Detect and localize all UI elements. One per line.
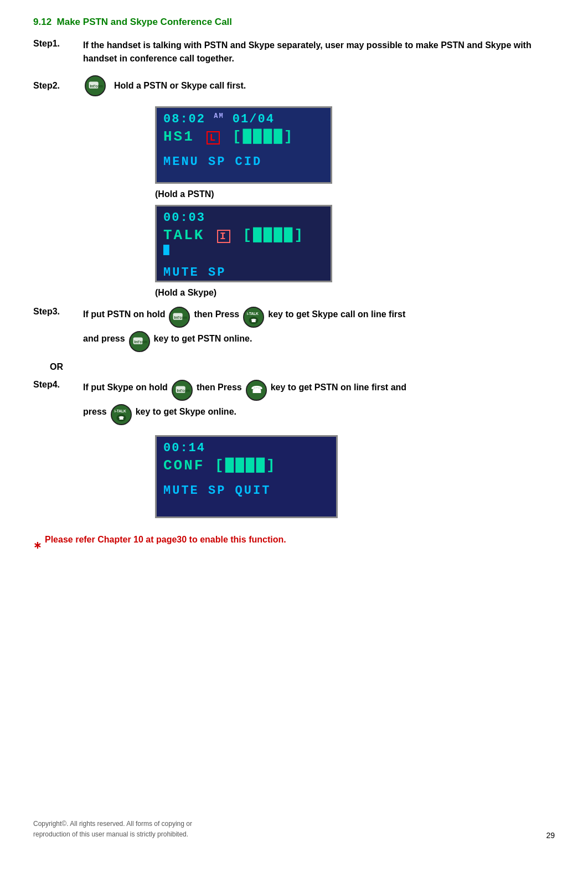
step4-intcom-icon: Int'com: [172, 380, 193, 401]
step1-block: Step1. If the handset is talking with PS…: [33, 39, 555, 65]
footer-line1: Copyright©. All rights reserved. All for…: [33, 819, 192, 829]
conf-screen-line3: MUTE SP QUIT: [163, 484, 329, 498]
note-text: Please refer Chapter 10 at page30 to ena…: [45, 535, 286, 545]
conf-screen-line1: 00:14: [163, 441, 329, 455]
step1-label: Step1.: [33, 39, 83, 65]
step3-italk-icon: i-TALK ☎: [243, 307, 264, 328]
pstn-screen-line2: HS1 L [████]: [163, 128, 324, 145]
pstn-screen: 08:02 AM 01/04 HS1 L [████] MENU SP CID: [155, 106, 332, 184]
step3-intcom2-icon: Int'com: [129, 331, 150, 352]
step3-line1: If put PSTN on hold Int'com then Press i…: [83, 307, 555, 328]
screen-images-section: 08:02 AM 01/04 HS1 L [████] MENU SP CID …: [66, 106, 555, 298]
asterisk-symbol: ∗: [33, 539, 42, 551]
step3-text1: If put PSTN on hold: [83, 307, 165, 323]
skype-screen: 00:03 TALK I [████] █ MUTE SP: [155, 205, 332, 282]
hold-pstn-label: (Hold a PSTN): [155, 189, 555, 199]
step2-content: Hold a PSTN or Skype call first.: [114, 79, 246, 92]
step2-label: Step2.: [33, 81, 83, 91]
step4-phone-icon: ☎: [246, 380, 267, 401]
step3-intcom-icon: Int'com: [169, 307, 190, 328]
page-number: 29: [546, 831, 555, 840]
step4-text5: key to get Skype online.: [136, 404, 236, 420]
step4-label: Step4.: [33, 380, 83, 390]
section-title: 9.12 Make PSTN and Skype Conference Call: [33, 17, 555, 28]
step4-text3: key to get PSTN on line first and: [271, 380, 406, 396]
step3-text4: and press: [83, 331, 125, 347]
svg-text:☎: ☎: [250, 385, 262, 395]
svg-text:Int'com: Int'com: [134, 340, 147, 344]
step3-text3: key to get Skype call on line first: [268, 307, 405, 323]
section-name: Make PSTN and Skype Conference Call: [57, 17, 233, 27]
footer-line2: reproduction of this user manual is stri…: [33, 829, 192, 840]
step3-label: Step3.: [33, 307, 83, 317]
or-line: OR: [50, 362, 555, 372]
step4-text1: If put Skype on hold: [83, 380, 168, 396]
step4-text2: then Press: [197, 380, 242, 396]
step4-line1: If put Skype on hold Int'com then Press …: [83, 380, 555, 401]
step3-text5: key to get PSTN online.: [154, 331, 252, 347]
step3-block: Step3. If put PSTN on hold Int'com then …: [33, 307, 555, 352]
skype-screen-line2b: █: [163, 245, 324, 256]
pstn-screen-line1: 08:02 AM 01/04: [163, 112, 324, 126]
step4-line2: press i-TALK ☎ key to get Skype online.: [83, 404, 555, 425]
intcom-icon: Int'com: [85, 75, 106, 96]
step2-block: Step2. Int'com Hold a PSTN or Skype call…: [33, 75, 555, 96]
step3-text2: then Press: [194, 307, 239, 323]
svg-text:☎: ☎: [251, 318, 256, 323]
svg-text:Int'com: Int'com: [90, 84, 103, 88]
conf-screen: 00:14 CONF [████] MUTE SP QUIT: [155, 435, 338, 518]
conf-screen-container: 00:14 CONF [████] MUTE SP QUIT: [155, 435, 555, 518]
svg-text:i-TALK: i-TALK: [247, 312, 259, 316]
skype-screen-line2: TALK I [████]: [163, 227, 324, 244]
svg-text:Int'com: Int'com: [174, 316, 187, 319]
hold-skype-label: (Hold a Skype): [155, 288, 555, 298]
note-block: ∗ Please refer Chapter 10 at page30 to e…: [33, 529, 555, 561]
page-content: 9.12 Make PSTN and Skype Conference Call…: [0, 0, 588, 595]
step4-text4: press: [83, 404, 107, 420]
svg-text:Int'com: Int'com: [177, 389, 189, 392]
step1-content: If the handset is talking with PSTN and …: [83, 39, 555, 65]
pstn-screen-line3: MENU SP CID: [163, 155, 324, 169]
svg-text:☎: ☎: [118, 416, 124, 421]
skype-screen-line3: MUTE SP: [163, 266, 324, 280]
step4-block: Step4. If put Skype on hold Int'com then…: [33, 380, 555, 425]
step3-content: If put PSTN on hold Int'com then Press i…: [83, 307, 555, 352]
section-number: 9.12: [33, 17, 51, 27]
skype-screen-line1: 00:03: [163, 211, 324, 225]
footer: Copyright©. All rights reserved. All for…: [33, 819, 192, 840]
conf-screen-line2: CONF [████]: [163, 457, 329, 474]
svg-text:i-TALK: i-TALK: [114, 409, 126, 413]
step3-line2: and press Int'com key to get PSTN online…: [83, 331, 555, 352]
step4-content: If put Skype on hold Int'com then Press …: [83, 380, 555, 425]
step4-italk-icon: i-TALK ☎: [111, 404, 132, 425]
